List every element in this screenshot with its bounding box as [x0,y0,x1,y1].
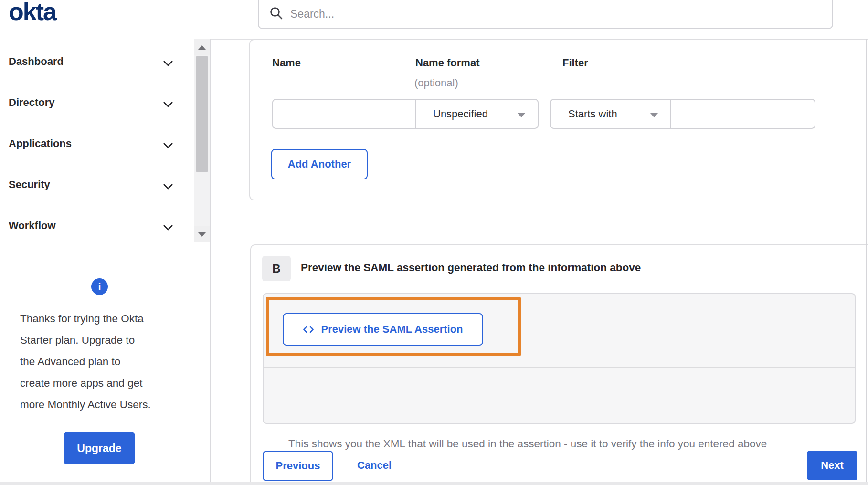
sidebar-item-workflow[interactable]: Workflow [0,216,191,237]
chevron-down-icon [163,224,173,232]
preview-saml-button-label: Preview the SAML Assertion [321,323,463,336]
code-icon [303,325,314,334]
sidebar-item-label: Security [9,179,50,191]
filter-operator-select[interactable]: Starts with [550,99,671,129]
step-b-badge: B [262,256,291,281]
okta-logo: okta [9,0,56,26]
name-format-column-label: Name format [415,57,479,69]
chevron-down-icon [163,142,173,150]
filter-value-input[interactable] [670,99,815,129]
sidebar-item-label: Directory [9,96,55,109]
sidebar-item-label: Applications [9,137,72,150]
promo-line: Starter plan. Upgrade to [20,329,182,351]
name-format-select[interactable]: Unspecified [415,99,539,129]
sidebar: Dashboard Directory Applications Securit… [0,39,211,485]
search-input[interactable] [290,8,792,21]
upgrade-promo-text: Thanks for trying the Okta Starter plan.… [20,308,182,415]
upgrade-button[interactable]: Upgrade [64,432,135,464]
preview-saml-card: B Preview the SAML assertion generated f… [250,244,868,485]
cancel-button[interactable]: Cancel [352,457,396,474]
promo-line: Thanks for trying the Okta [20,308,182,329]
panel-divider [264,367,855,368]
info-icon: i [91,278,108,295]
name-column-label: Name [272,57,301,69]
sidebar-nav: Dashboard Directory Applications Securit… [0,39,210,242]
promo-line: the Advanced plan to [20,351,182,372]
sidebar-item-label: Workflow [9,220,56,232]
scrollbar-thumb[interactable] [196,56,208,172]
sidebar-scrollbar [194,39,210,242]
sidebar-item-label: Dashboard [9,55,64,68]
scroll-up-button[interactable] [194,39,210,55]
sidebar-item-dashboard[interactable]: Dashboard [0,52,191,73]
next-button[interactable]: Next [807,451,857,480]
promo-line: more Monthly Active Users. [20,394,182,415]
bottom-edge-strip [0,482,868,485]
sidebar-item-security[interactable]: Security [0,175,191,196]
triangle-down-icon [198,232,206,237]
sidebar-item-directory[interactable]: Directory [0,93,191,114]
preview-saml-assertion-button[interactable]: Preview the SAML Assertion [283,313,483,346]
preview-description: This shows you the XML that will be used… [288,438,852,450]
global-search [258,0,833,29]
section-b-title: Preview the SAML assertion generated fro… [301,262,641,274]
dropdown-caret-icon [650,113,658,117]
okta-admin-page: okta Dashboard Directory [0,0,868,485]
name-format-optional-label: (optional) [414,77,458,89]
content-right-border [866,39,867,485]
dropdown-caret-icon [518,113,525,117]
filter-column-label: Filter [562,57,588,69]
chevron-down-icon [163,101,173,109]
triangle-up-icon [198,45,206,50]
search-icon [269,6,284,22]
add-another-button[interactable]: Add Another [271,149,368,179]
attribute-name-input[interactable] [272,99,416,129]
promo-line: create more apps and get [20,372,182,394]
scroll-down-button[interactable] [194,226,210,242]
chevron-down-icon [163,183,173,191]
filter-operator-selected-value: Starts with [568,108,617,120]
chevron-down-icon [163,60,173,68]
attribute-statements-card: Name Name format (optional) Filter Unspe… [249,39,868,200]
previous-button[interactable]: Previous [263,451,333,481]
name-format-selected-value: Unspecified [433,108,488,120]
sidebar-item-applications[interactable]: Applications [0,134,191,155]
